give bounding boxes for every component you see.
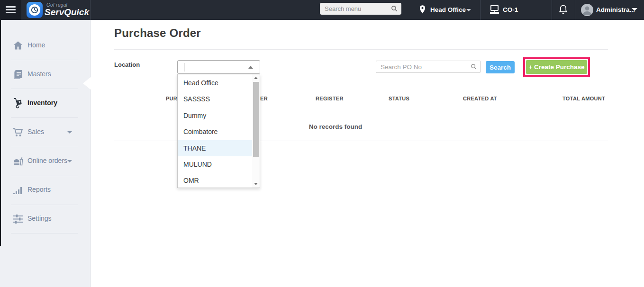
sales-icon	[12, 126, 24, 138]
sidebar-item-label: Inventory	[27, 99, 57, 107]
search-icon	[471, 63, 477, 70]
sidebar-divider	[11, 233, 78, 233]
option-label: Head Office	[183, 79, 218, 87]
active-item-pointer	[83, 77, 91, 90]
inventory-icon	[12, 98, 24, 109]
sidebar-item-online-orders[interactable]: Online orders	[0, 152, 91, 170]
create-purchase-button[interactable]: + Create Purchase	[526, 60, 587, 74]
register-icon	[489, 5, 500, 15]
sidebar-divider	[11, 89, 78, 89]
dropdown-scrollbar[interactable]	[252, 74, 260, 188]
location-combobox[interactable]	[177, 60, 260, 74]
sidebar: Home Masters Inventory	[0, 20, 91, 287]
search-button[interactable]: Search	[486, 61, 515, 73]
home-icon	[12, 40, 24, 51]
location-filter-label: Location	[114, 61, 140, 68]
table-header-status: STATUS	[389, 96, 409, 101]
bell-icon	[558, 4, 568, 15]
sidebar-item-settings[interactable]: Settings	[0, 209, 91, 228]
menu-search	[320, 3, 401, 15]
sidebar-item-label: Masters	[27, 70, 51, 78]
option-label: THANE	[183, 144, 206, 152]
table-header-fragment: ER	[260, 96, 268, 101]
servquick-app: GoFrugal ServQuick Head Office	[0, 0, 644, 287]
store-location-label: Head Office	[430, 6, 466, 13]
po-search-input[interactable]	[376, 61, 481, 73]
empty-table-message: No records found	[288, 123, 383, 130]
topbar-divider	[90, 0, 91, 20]
sidebar-item-reports[interactable]: Reports	[0, 180, 91, 199]
brand-product: ServQuick	[45, 7, 89, 18]
user-menu[interactable]: Administra...	[578, 0, 644, 20]
servquick-logo-icon	[27, 2, 43, 18]
scroll-down-arrow-icon[interactable]	[254, 183, 258, 185]
option-label: Dummy	[183, 112, 206, 119]
masters-icon	[12, 69, 24, 80]
table-header-fragment: PUR	[161, 96, 177, 101]
dropdown-option[interactable]: MULUND	[178, 156, 253, 172]
sidebar-item-sales[interactable]: Sales	[0, 123, 91, 142]
store-location-selector[interactable]: Head Office	[417, 0, 479, 20]
option-label: MULUND	[183, 161, 212, 168]
topbar-divider	[552, 0, 552, 20]
sidebar-item-label: Online orders	[27, 157, 67, 164]
dropdown-option[interactable]: Coimbatore	[178, 124, 253, 140]
reports-icon	[12, 184, 24, 196]
user-name: Administra...	[596, 6, 635, 13]
content-divider	[114, 49, 608, 50]
sidebar-item-masters[interactable]: Masters	[0, 65, 91, 84]
sidebar-item-label: Settings	[27, 215, 52, 222]
chevron-down-icon	[466, 9, 471, 11]
dropdown-option[interactable]: OMR	[178, 172, 253, 188]
option-label: OMR	[183, 177, 199, 184]
dropdown-option-highlighted[interactable]: THANE	[178, 140, 253, 156]
online-orders-icon	[12, 155, 24, 167]
topbar: GoFrugal ServQuick Head Office	[0, 0, 644, 20]
search-icon	[391, 5, 398, 12]
menu-search-input[interactable]	[320, 3, 401, 15]
chevron-down-icon	[67, 160, 72, 162]
sidebar-item-label: Reports	[27, 186, 51, 193]
dropdown-option[interactable]: Dummy	[178, 108, 253, 124]
sidebar-item-home[interactable]: Home	[0, 36, 91, 55]
scroll-up-arrow-icon[interactable]	[254, 77, 258, 79]
scrollbar-thumb[interactable]	[253, 82, 259, 157]
avatar	[581, 4, 593, 16]
register-label: CO-1	[503, 6, 518, 13]
notifications-button[interactable]	[553, 0, 575, 20]
sidebar-divider	[11, 147, 78, 147]
page-title: Purchase Order	[114, 27, 201, 40]
text-cursor	[184, 63, 184, 72]
sidebar-item-label: Sales	[27, 128, 44, 135]
location-pin-icon	[419, 5, 426, 14]
menu-icon[interactable]	[0, 0, 21, 20]
chevron-down-icon	[632, 8, 637, 11]
settings-icon	[12, 213, 24, 224]
option-label: Coimbatore	[183, 128, 218, 135]
sidebar-divider	[11, 176, 78, 176]
table-header-total-amount: TOTAL AMOUNT	[558, 96, 605, 101]
dropdown-option[interactable]: SASSSS	[178, 91, 253, 107]
sidebar-divider	[11, 205, 78, 205]
chevron-up-icon[interactable]	[248, 66, 253, 69]
sidebar-item-inventory[interactable]: Inventory	[0, 94, 91, 113]
sidebar-divider	[11, 117, 78, 118]
topbar-divider	[575, 0, 575, 20]
table-header-created-at: CREATED AT	[463, 96, 497, 101]
dropdown-option[interactable]: Head Office	[178, 75, 253, 91]
topbar-divider	[480, 0, 481, 20]
register-selector[interactable]: CO-1	[487, 0, 544, 20]
chevron-down-icon	[67, 131, 72, 134]
table-header-register: REGISTER	[316, 96, 344, 101]
sidebar-item-label: Home	[27, 41, 45, 49]
sidebar-divider	[11, 60, 78, 60]
location-dropdown-list: Head Office SASSSS Dummy Coimbatore THAN…	[177, 74, 260, 188]
po-search	[376, 61, 481, 73]
option-label: SASSSS	[183, 95, 210, 103]
create-purchase-highlight: + Create Purchase	[523, 57, 590, 77]
